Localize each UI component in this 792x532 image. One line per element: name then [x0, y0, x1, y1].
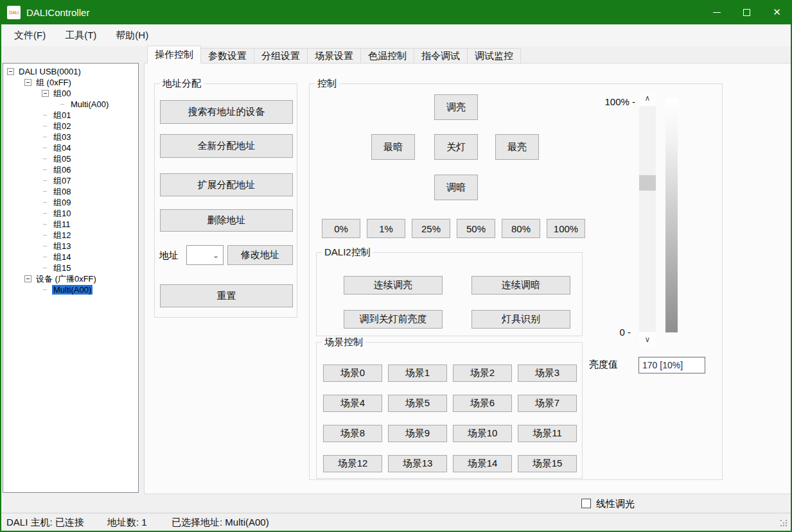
linear-dimming-checkbox[interactable]: [581, 499, 591, 508]
dali2-button[interactable]: 连续调暗: [471, 276, 570, 295]
scrollbar-thumb[interactable]: [639, 175, 656, 191]
tree-expander-icon[interactable]: [42, 286, 49, 293]
percent-button[interactable]: 50%: [457, 219, 495, 238]
menu-item[interactable]: 工具(T): [65, 30, 96, 42]
tab[interactable]: 场景设置: [307, 48, 361, 64]
tree-item[interactable]: 组11: [3, 219, 138, 230]
dali2-button[interactable]: 调到关灯前亮度: [344, 310, 443, 329]
delete-address-button[interactable]: 删除地址: [160, 209, 293, 232]
resize-grip[interactable]: [780, 520, 788, 528]
tree-expander-icon[interactable]: [42, 188, 49, 195]
scene-button[interactable]: 场景8: [323, 425, 382, 442]
scene-button[interactable]: 场景7: [518, 395, 577, 412]
menu-item[interactable]: 帮助(H): [116, 30, 148, 42]
tab[interactable]: 操作控制: [147, 46, 201, 64]
scene-button[interactable]: 场景11: [518, 425, 577, 442]
tree-expander-icon[interactable]: [24, 79, 31, 86]
light-off-button[interactable]: 关灯: [434, 134, 478, 160]
tree-item[interactable]: 组00: [3, 88, 138, 99]
percent-button[interactable]: 1%: [367, 219, 405, 238]
tree-expander-icon[interactable]: [42, 90, 49, 97]
maximize-button[interactable]: [732, 0, 762, 24]
brightness-value-field[interactable]: 170 [10%]: [638, 357, 705, 373]
scroll-up-icon[interactable]: ∧: [639, 90, 656, 106]
tree-item[interactable]: 组04: [3, 142, 138, 153]
tree-expander-icon[interactable]: [42, 232, 49, 239]
scene-button[interactable]: 场景14: [453, 455, 512, 472]
tree-expander-icon[interactable]: [42, 177, 49, 184]
tree-item[interactable]: 组08: [3, 186, 138, 197]
scene-button[interactable]: 场景1: [388, 365, 447, 382]
tree-expander-icon[interactable]: [42, 264, 49, 271]
scene-button[interactable]: 场景15: [518, 455, 577, 472]
tree-expander-icon[interactable]: [42, 253, 49, 261]
tree-item[interactable]: 组07: [3, 175, 138, 186]
scene-button[interactable]: 场景12: [323, 455, 382, 472]
tree-item[interactable]: 组05: [3, 153, 138, 164]
tree-item[interactable]: 组03: [3, 132, 138, 142]
tree-expander-icon[interactable]: [42, 166, 49, 173]
tree-item[interactable]: 组06: [3, 164, 138, 175]
tree-item[interactable]: Multi(A00): [3, 99, 138, 110]
tab[interactable]: 分组设置: [254, 48, 308, 64]
brighten-button[interactable]: 调亮: [434, 94, 478, 120]
scene-button[interactable]: 场景9: [388, 425, 447, 442]
percent-button[interactable]: 25%: [412, 219, 450, 238]
darkest-button[interactable]: 最暗: [371, 134, 415, 160]
tree-item[interactable]: Multi(A00): [3, 284, 138, 295]
brightest-button[interactable]: 最亮: [495, 134, 539, 160]
scene-button[interactable]: 场景10: [453, 425, 512, 442]
dali2-button[interactable]: 连续调亮: [344, 276, 443, 295]
tree-item[interactable]: 组15: [3, 262, 138, 273]
scroll-down-icon[interactable]: ∨: [639, 332, 656, 347]
tab[interactable]: 指令调试: [414, 48, 468, 64]
tree-expander-icon[interactable]: [42, 221, 49, 228]
percent-button[interactable]: 100%: [547, 219, 585, 238]
tree-item[interactable]: 组 (0xFF): [3, 77, 138, 88]
tree-expander-icon[interactable]: [24, 275, 31, 282]
tree-expander-icon[interactable]: [42, 144, 49, 151]
tree-item[interactable]: 组14: [3, 252, 138, 262]
scene-button[interactable]: 场景5: [388, 395, 447, 412]
dim-button[interactable]: 调暗: [434, 175, 478, 200]
tree-expander-icon[interactable]: [42, 199, 49, 206]
extend-assign-address-button[interactable]: 扩展分配地址: [160, 173, 293, 196]
tree-expander-icon[interactable]: [59, 101, 66, 108]
minimize-button[interactable]: [701, 0, 732, 24]
tree-expander-icon[interactable]: [42, 123, 49, 130]
brightness-scrollbar[interactable]: ∧ ∨: [639, 90, 656, 347]
percent-button[interactable]: 0%: [322, 219, 360, 238]
tree-item[interactable]: 组10: [3, 208, 138, 219]
modify-address-button[interactable]: 修改地址: [227, 245, 293, 265]
tree-item[interactable]: 组01: [3, 110, 138, 121]
dali2-button[interactable]: 灯具识别: [471, 310, 570, 329]
assign-new-address-button[interactable]: 全新分配地址: [160, 134, 293, 158]
tree-expander-icon[interactable]: [42, 112, 49, 119]
scene-button[interactable]: 场景3: [518, 365, 577, 382]
tree-item[interactable]: 组13: [3, 241, 138, 252]
tab[interactable]: 参数设置: [200, 48, 254, 64]
scene-button[interactable]: 场景4: [323, 395, 382, 412]
tree-expander-icon[interactable]: [42, 243, 49, 250]
tree-item[interactable]: 设备 (广播0xFF): [3, 273, 138, 284]
scene-button[interactable]: 场景6: [453, 395, 512, 412]
menu-item[interactable]: 文件(F): [14, 30, 46, 42]
tree-expander-icon[interactable]: [42, 210, 49, 217]
tree-item[interactable]: 组09: [3, 197, 138, 208]
search-addressed-devices-button[interactable]: 搜索有地址的设备: [160, 100, 293, 124]
scene-button[interactable]: 场景0: [323, 365, 382, 382]
scene-button[interactable]: 场景2: [453, 365, 512, 382]
tree-expander-icon[interactable]: [42, 155, 49, 162]
tab[interactable]: 色温控制: [360, 48, 414, 64]
tab[interactable]: 调试监控: [467, 48, 521, 64]
tree-item[interactable]: 组12: [3, 230, 138, 241]
address-combobox[interactable]: ⌄: [186, 245, 224, 265]
scene-button[interactable]: 场景13: [388, 455, 447, 472]
tree-item[interactable]: 组02: [3, 121, 138, 132]
close-button[interactable]: ✕: [762, 0, 792, 24]
tree-expander-icon[interactable]: [7, 68, 14, 75]
reset-button[interactable]: 重置: [160, 284, 293, 307]
percent-button[interactable]: 80%: [502, 219, 540, 238]
tree-expander-icon[interactable]: [42, 133, 49, 141]
tree-item[interactable]: DALI USB(0001): [3, 66, 138, 77]
